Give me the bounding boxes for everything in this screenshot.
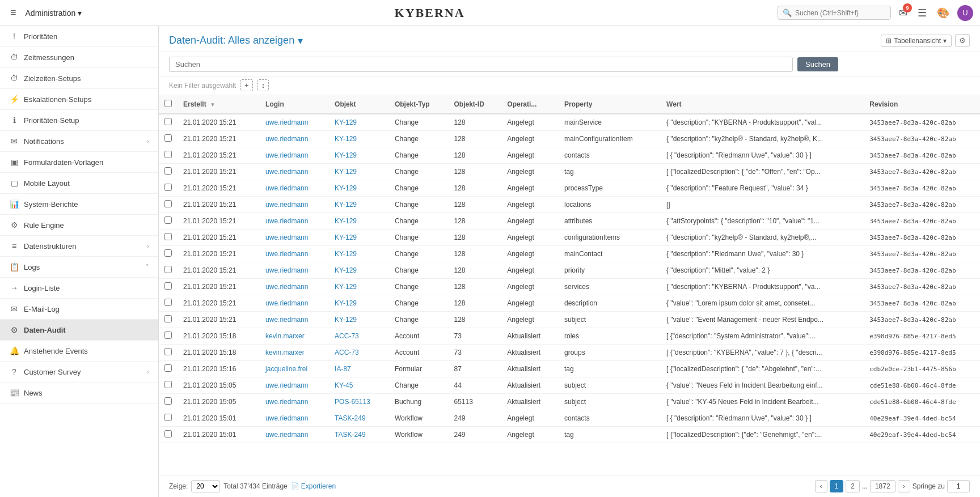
- row-login[interactable]: uwe.riedmann: [260, 377, 329, 394]
- page-title[interactable]: Daten-Audit: Alles anzeigen ▾: [169, 35, 303, 47]
- search-button[interactable]: Suchen: [797, 57, 838, 71]
- sidebar-item-zielzeiten-setups[interactable]: ⏱ Zielzeiten-Setups: [0, 68, 158, 89]
- row-checkbox[interactable]: [164, 364, 172, 372]
- row-checkbox-cell[interactable]: [159, 377, 178, 394]
- export-link[interactable]: 📄 Exportieren: [291, 482, 336, 490]
- row-objekt[interactable]: KY-129: [329, 230, 389, 246]
- row-checkbox-cell[interactable]: [159, 427, 178, 443]
- row-checkbox-cell[interactable]: [159, 230, 178, 246]
- row-checkbox[interactable]: [164, 332, 172, 339]
- row-checkbox[interactable]: [164, 414, 172, 421]
- row-checkbox-cell[interactable]: [159, 131, 178, 147]
- row-checkbox-cell[interactable]: [159, 197, 178, 213]
- sidebar-item-daten-audit[interactable]: ⊙ Daten-Audit: [0, 320, 158, 341]
- row-login[interactable]: jacqueline.frei: [260, 361, 329, 377]
- sidebar-item-zeitmessungen[interactable]: ⏱ Zeitmessungen: [0, 47, 158, 68]
- row-objekt[interactable]: KY-129: [329, 197, 389, 213]
- user-avatar[interactable]: U: [957, 5, 973, 21]
- row-checkbox[interactable]: [164, 233, 172, 240]
- row-objekt[interactable]: KY-129: [329, 114, 389, 131]
- sidebar-item-mobile-layout[interactable]: ▢ Mobile Layout: [0, 173, 158, 194]
- row-login[interactable]: uwe.riedmann: [260, 295, 329, 312]
- per-page-select[interactable]: 20 50 100: [191, 480, 220, 492]
- sidebar-item-anstehende-events[interactable]: 🔔 Anstehende Events: [0, 341, 158, 362]
- th-revision[interactable]: Revision: [864, 95, 980, 114]
- table-view-button[interactable]: ⊞ Tabellenansicht ▾: [881, 35, 952, 47]
- mail-button[interactable]: ✉ 9: [897, 5, 910, 22]
- row-login[interactable]: uwe.riedmann: [260, 410, 329, 427]
- row-checkbox-cell[interactable]: [159, 410, 178, 427]
- row-login[interactable]: uwe.riedmann: [260, 246, 329, 262]
- row-objekt[interactable]: KY-129: [329, 262, 389, 279]
- row-login[interactable]: uwe.riedmann: [260, 312, 329, 328]
- last-page-button[interactable]: 1872: [870, 480, 895, 492]
- sidebar-item-system-berichte[interactable]: 📊 System-Berichte: [0, 194, 158, 215]
- sidebar-item-notifications[interactable]: ✉ Notifications ›: [0, 131, 158, 152]
- row-checkbox-cell[interactable]: [159, 262, 178, 279]
- th-checkbox[interactable]: [159, 95, 178, 114]
- sidebar-item-email-log[interactable]: ✉ E-Mail-Log: [0, 299, 158, 320]
- row-checkbox[interactable]: [164, 397, 172, 405]
- row-login[interactable]: uwe.riedmann: [260, 279, 329, 295]
- row-checkbox-cell[interactable]: [159, 180, 178, 197]
- prev-page-button[interactable]: ‹: [815, 480, 827, 492]
- row-login[interactable]: uwe.riedmann: [260, 427, 329, 443]
- row-checkbox[interactable]: [164, 200, 172, 207]
- next-page-button[interactable]: ›: [898, 480, 910, 492]
- column-settings-button[interactable]: ⚙: [955, 34, 970, 47]
- row-checkbox[interactable]: [164, 266, 172, 273]
- sidebar-item-customer-survey[interactable]: ? Customer Survey ›: [0, 362, 158, 383]
- row-login[interactable]: uwe.riedmann: [260, 131, 329, 147]
- row-objekt[interactable]: KY-129: [329, 279, 389, 295]
- th-objekt-id[interactable]: Objekt-ID: [449, 95, 502, 114]
- search-input[interactable]: [169, 57, 793, 72]
- theme-button[interactable]: 🎨: [935, 5, 952, 22]
- row-objekt[interactable]: KY-129: [329, 131, 389, 147]
- sidebar-item-login-liste[interactable]: → Login-Liste: [0, 278, 158, 299]
- row-checkbox-cell[interactable]: [159, 147, 178, 164]
- row-objekt[interactable]: TASK-249: [329, 410, 389, 427]
- sidebar-item-datenstrukturen[interactable]: ≡ Datenstrukturen ›: [0, 236, 158, 257]
- list-button[interactable]: ☰: [915, 5, 929, 22]
- row-objekt[interactable]: KY-129: [329, 164, 389, 180]
- th-objekt-typ[interactable]: Objekt-Typ: [389, 95, 449, 114]
- page-1-button[interactable]: 1: [830, 480, 844, 492]
- th-wert[interactable]: Wert: [661, 95, 864, 114]
- row-objekt[interactable]: KY-45: [329, 377, 389, 394]
- th-erstellt[interactable]: Erstellt ▼: [178, 95, 260, 114]
- row-login[interactable]: uwe.riedmann: [260, 262, 329, 279]
- row-checkbox[interactable]: [164, 299, 172, 306]
- row-login[interactable]: kevin.marxer: [260, 345, 329, 361]
- row-login[interactable]: uwe.riedmann: [260, 394, 329, 410]
- row-login[interactable]: uwe.riedmann: [260, 114, 329, 131]
- row-checkbox[interactable]: [164, 381, 172, 388]
- row-checkbox[interactable]: [164, 118, 172, 125]
- row-objekt[interactable]: KY-129: [329, 295, 389, 312]
- row-checkbox[interactable]: [164, 282, 172, 290]
- row-checkbox[interactable]: [164, 249, 172, 257]
- hamburger-button[interactable]: ≡: [7, 5, 20, 21]
- row-objekt[interactable]: ACC-73: [329, 345, 389, 361]
- row-objekt[interactable]: KY-129: [329, 312, 389, 328]
- sidebar-item-rule-engine[interactable]: ⚙ Rule Engine: [0, 215, 158, 236]
- row-checkbox-cell[interactable]: [159, 295, 178, 312]
- row-objekt[interactable]: ACC-73: [329, 328, 389, 345]
- row-login[interactable]: uwe.riedmann: [260, 164, 329, 180]
- row-login[interactable]: uwe.riedmann: [260, 197, 329, 213]
- th-objekt[interactable]: Objekt: [329, 95, 389, 114]
- row-login[interactable]: kevin.marxer: [260, 328, 329, 345]
- row-objekt[interactable]: KY-129: [329, 147, 389, 164]
- admin-menu[interactable]: Administration ▾: [26, 9, 82, 18]
- row-checkbox-cell[interactable]: [159, 246, 178, 262]
- row-checkbox[interactable]: [164, 184, 172, 191]
- sidebar-item-eskalationen-setups[interactable]: ⚡ Eskalationen-Setups: [0, 89, 158, 110]
- row-checkbox[interactable]: [164, 167, 172, 175]
- row-objekt[interactable]: POS-65113: [329, 394, 389, 410]
- select-all-checkbox[interactable]: [164, 100, 172, 107]
- row-objekt[interactable]: KY-129: [329, 180, 389, 197]
- row-login[interactable]: uwe.riedmann: [260, 180, 329, 197]
- row-objekt[interactable]: TASK-249: [329, 427, 389, 443]
- row-checkbox[interactable]: [164, 348, 172, 355]
- sidebar-item-formulardaten[interactable]: ▣ Formulardaten-Vorlagen: [0, 152, 158, 173]
- sidebar-item-news[interactable]: 📰 News: [0, 383, 158, 403]
